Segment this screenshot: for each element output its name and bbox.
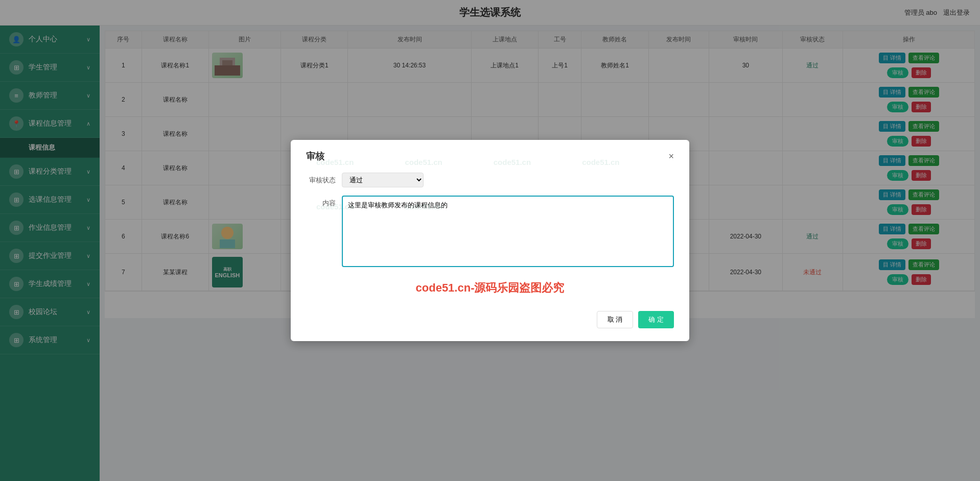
modal-content-row: 内容 这里是审核教师发布的课程信息的 xyxy=(306,196,674,267)
content-textarea[interactable]: 这里是审核教师发布的课程信息的 xyxy=(342,196,674,267)
modal-header: 审核 × xyxy=(306,150,674,162)
audit-modal: code51.cn code51.cn code51.cn code51.cn … xyxy=(291,140,689,341)
status-select[interactable]: 通过 未通过 xyxy=(342,173,424,187)
content-label: 内容 xyxy=(306,196,342,208)
modal-footer: 取 消 确 定 xyxy=(306,311,674,328)
modal-title: 审核 xyxy=(306,150,324,162)
modal-status-row: 审核状态 通过 未通过 xyxy=(306,173,674,187)
cancel-button[interactable]: 取 消 xyxy=(597,311,634,328)
red-watermark-text: code51.cn-源码乐园盗图必究 xyxy=(306,275,674,301)
confirm-button[interactable]: 确 定 xyxy=(638,311,674,328)
status-label: 审核状态 xyxy=(306,173,342,185)
modal-close-button[interactable]: × xyxy=(668,151,674,162)
modal-backdrop[interactable]: code51.cn code51.cn code51.cn code51.cn … xyxy=(0,0,980,481)
